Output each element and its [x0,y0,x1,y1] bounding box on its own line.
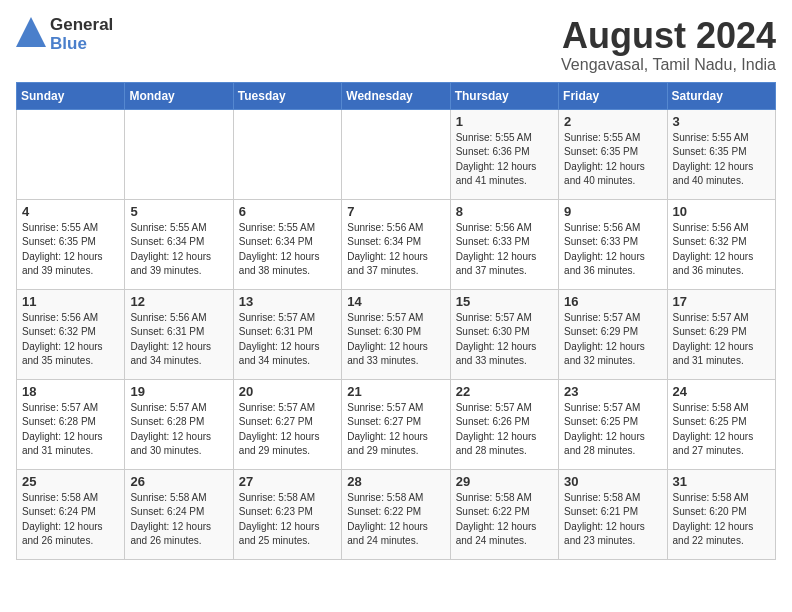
day-info: Sunrise: 5:57 AM Sunset: 6:29 PM Dayligh… [564,311,661,369]
calendar-cell [125,109,233,199]
logo-icon [16,17,46,53]
month-title: August 2024 [561,16,776,56]
day-info: Sunrise: 5:55 AM Sunset: 6:35 PM Dayligh… [564,131,661,189]
day-info: Sunrise: 5:57 AM Sunset: 6:29 PM Dayligh… [673,311,770,369]
calendar-cell: 22Sunrise: 5:57 AM Sunset: 6:26 PM Dayli… [450,379,558,469]
calendar-cell: 30Sunrise: 5:58 AM Sunset: 6:21 PM Dayli… [559,469,667,559]
calendar-header-row: SundayMondayTuesdayWednesdayThursdayFrid… [17,82,776,109]
calendar-week-row: 4Sunrise: 5:55 AM Sunset: 6:35 PM Daylig… [17,199,776,289]
day-info: Sunrise: 5:57 AM Sunset: 6:30 PM Dayligh… [347,311,444,369]
day-info: Sunrise: 5:55 AM Sunset: 6:34 PM Dayligh… [239,221,336,279]
day-info: Sunrise: 5:57 AM Sunset: 6:27 PM Dayligh… [347,401,444,459]
day-number: 12 [130,294,227,309]
day-number: 3 [673,114,770,129]
logo-blue: Blue [50,35,113,54]
day-info: Sunrise: 5:58 AM Sunset: 6:20 PM Dayligh… [673,491,770,549]
calendar-cell: 27Sunrise: 5:58 AM Sunset: 6:23 PM Dayli… [233,469,341,559]
calendar-cell: 8Sunrise: 5:56 AM Sunset: 6:33 PM Daylig… [450,199,558,289]
calendar-cell: 19Sunrise: 5:57 AM Sunset: 6:28 PM Dayli… [125,379,233,469]
calendar-table: SundayMondayTuesdayWednesdayThursdayFrid… [16,82,776,560]
calendar-cell: 20Sunrise: 5:57 AM Sunset: 6:27 PM Dayli… [233,379,341,469]
day-info: Sunrise: 5:58 AM Sunset: 6:24 PM Dayligh… [22,491,119,549]
calendar-cell: 3Sunrise: 5:55 AM Sunset: 6:35 PM Daylig… [667,109,775,199]
calendar-week-row: 1Sunrise: 5:55 AM Sunset: 6:36 PM Daylig… [17,109,776,199]
weekday-header: Friday [559,82,667,109]
day-number: 8 [456,204,553,219]
day-number: 30 [564,474,661,489]
calendar-cell: 13Sunrise: 5:57 AM Sunset: 6:31 PM Dayli… [233,289,341,379]
day-number: 27 [239,474,336,489]
day-info: Sunrise: 5:55 AM Sunset: 6:35 PM Dayligh… [22,221,119,279]
day-number: 4 [22,204,119,219]
weekday-header: Thursday [450,82,558,109]
calendar-cell: 31Sunrise: 5:58 AM Sunset: 6:20 PM Dayli… [667,469,775,559]
day-info: Sunrise: 5:58 AM Sunset: 6:24 PM Dayligh… [130,491,227,549]
weekday-header: Tuesday [233,82,341,109]
day-number: 5 [130,204,227,219]
day-number: 31 [673,474,770,489]
day-info: Sunrise: 5:57 AM Sunset: 6:30 PM Dayligh… [456,311,553,369]
calendar-body: 1Sunrise: 5:55 AM Sunset: 6:36 PM Daylig… [17,109,776,559]
day-number: 14 [347,294,444,309]
calendar-cell: 12Sunrise: 5:56 AM Sunset: 6:31 PM Dayli… [125,289,233,379]
day-number: 10 [673,204,770,219]
logo-general: General [50,16,113,35]
calendar-week-row: 11Sunrise: 5:56 AM Sunset: 6:32 PM Dayli… [17,289,776,379]
calendar-cell: 25Sunrise: 5:58 AM Sunset: 6:24 PM Dayli… [17,469,125,559]
day-info: Sunrise: 5:57 AM Sunset: 6:28 PM Dayligh… [22,401,119,459]
calendar-cell [342,109,450,199]
day-number: 13 [239,294,336,309]
day-info: Sunrise: 5:56 AM Sunset: 6:33 PM Dayligh… [456,221,553,279]
day-number: 6 [239,204,336,219]
calendar-cell: 2Sunrise: 5:55 AM Sunset: 6:35 PM Daylig… [559,109,667,199]
calendar-cell: 15Sunrise: 5:57 AM Sunset: 6:30 PM Dayli… [450,289,558,379]
day-number: 29 [456,474,553,489]
page-header: General Blue August 2024 Vengavasal, Tam… [16,16,776,74]
calendar-cell: 10Sunrise: 5:56 AM Sunset: 6:32 PM Dayli… [667,199,775,289]
day-number: 23 [564,384,661,399]
day-number: 18 [22,384,119,399]
calendar-cell: 18Sunrise: 5:57 AM Sunset: 6:28 PM Dayli… [17,379,125,469]
day-number: 26 [130,474,227,489]
calendar-cell: 5Sunrise: 5:55 AM Sunset: 6:34 PM Daylig… [125,199,233,289]
day-number: 7 [347,204,444,219]
day-info: Sunrise: 5:58 AM Sunset: 6:23 PM Dayligh… [239,491,336,549]
day-info: Sunrise: 5:55 AM Sunset: 6:34 PM Dayligh… [130,221,227,279]
weekday-header: Sunday [17,82,125,109]
day-info: Sunrise: 5:56 AM Sunset: 6:33 PM Dayligh… [564,221,661,279]
day-info: Sunrise: 5:56 AM Sunset: 6:31 PM Dayligh… [130,311,227,369]
calendar-cell: 23Sunrise: 5:57 AM Sunset: 6:25 PM Dayli… [559,379,667,469]
day-number: 24 [673,384,770,399]
day-info: Sunrise: 5:58 AM Sunset: 6:25 PM Dayligh… [673,401,770,459]
day-info: Sunrise: 5:58 AM Sunset: 6:22 PM Dayligh… [347,491,444,549]
calendar-cell [17,109,125,199]
calendar-cell: 9Sunrise: 5:56 AM Sunset: 6:33 PM Daylig… [559,199,667,289]
day-info: Sunrise: 5:56 AM Sunset: 6:32 PM Dayligh… [22,311,119,369]
calendar-cell [233,109,341,199]
day-number: 11 [22,294,119,309]
day-info: Sunrise: 5:56 AM Sunset: 6:32 PM Dayligh… [673,221,770,279]
calendar-cell: 4Sunrise: 5:55 AM Sunset: 6:35 PM Daylig… [17,199,125,289]
calendar-cell: 1Sunrise: 5:55 AM Sunset: 6:36 PM Daylig… [450,109,558,199]
calendar-week-row: 18Sunrise: 5:57 AM Sunset: 6:28 PM Dayli… [17,379,776,469]
location-title: Vengavasal, Tamil Nadu, India [561,56,776,74]
weekday-header: Monday [125,82,233,109]
day-info: Sunrise: 5:58 AM Sunset: 6:22 PM Dayligh… [456,491,553,549]
logo: General Blue [16,16,113,53]
svg-marker-0 [16,17,46,47]
day-info: Sunrise: 5:57 AM Sunset: 6:27 PM Dayligh… [239,401,336,459]
day-info: Sunrise: 5:57 AM Sunset: 6:31 PM Dayligh… [239,311,336,369]
calendar-cell: 17Sunrise: 5:57 AM Sunset: 6:29 PM Dayli… [667,289,775,379]
calendar-cell: 28Sunrise: 5:58 AM Sunset: 6:22 PM Dayli… [342,469,450,559]
title-area: August 2024 Vengavasal, Tamil Nadu, Indi… [561,16,776,74]
weekday-header: Wednesday [342,82,450,109]
day-number: 28 [347,474,444,489]
calendar-cell: 11Sunrise: 5:56 AM Sunset: 6:32 PM Dayli… [17,289,125,379]
day-info: Sunrise: 5:58 AM Sunset: 6:21 PM Dayligh… [564,491,661,549]
day-number: 19 [130,384,227,399]
calendar-cell: 21Sunrise: 5:57 AM Sunset: 6:27 PM Dayli… [342,379,450,469]
day-number: 9 [564,204,661,219]
day-number: 21 [347,384,444,399]
day-number: 15 [456,294,553,309]
calendar-cell: 14Sunrise: 5:57 AM Sunset: 6:30 PM Dayli… [342,289,450,379]
